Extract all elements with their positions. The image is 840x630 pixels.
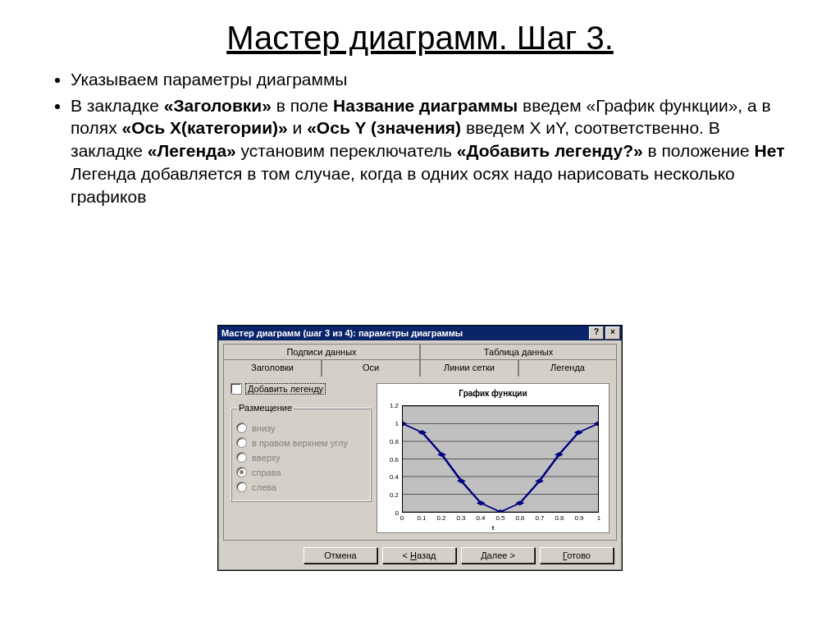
add-legend-checkbox[interactable]: Добавить легенду <box>231 383 372 395</box>
chart-wizard-dialog: Мастер диаграмм (шаг 3 из 4): параметры … <box>217 325 623 571</box>
back-button[interactable]: < Назад <box>382 547 456 564</box>
dialog-title: Мастер диаграмм (шаг 3 из 4): параметры … <box>221 328 587 338</box>
radio-left[interactable]: слева <box>236 482 366 492</box>
tab-panel-legend: Добавить легенду Размещение внизу в прав… <box>223 377 617 541</box>
placement-group: внизу в правом верхнем углу вверху справ… <box>231 408 372 502</box>
chart-xlabel: t <box>377 524 609 532</box>
radio-right[interactable]: справа <box>236 467 366 477</box>
tab-row-bottom: Заголовки Оси Линии сетки Легенда <box>223 359 617 377</box>
chart-xticks: 00.10.20.30.40.50.60.70.80.91 <box>402 514 599 523</box>
bullet-2: В закладке «Заголовки» в поле Название д… <box>71 94 791 208</box>
tab-row-top: Подписи данных Таблица данных <box>223 344 617 360</box>
svg-rect-14 <box>535 478 544 483</box>
next-button[interactable]: Далее > <box>461 547 535 564</box>
radio-bottom[interactable]: внизу <box>236 422 366 433</box>
title-bar[interactable]: Мастер диаграмм (шаг 3 из 4): параметры … <box>218 326 622 340</box>
slide-body: Указываем параметры диаграммы В закладке… <box>0 68 840 208</box>
tab-gridlines[interactable]: Линии сетки <box>420 359 518 377</box>
slide-title: Мастер диаграмм. Шаг 3. <box>0 0 840 63</box>
close-button[interactable]: × <box>605 326 620 340</box>
legend-controls: Добавить легенду Размещение внизу в прав… <box>231 383 372 533</box>
chart-preview: График функции 00.20.40.60.811.2 00.10.2… <box>377 383 609 533</box>
bullet-list: Указываем параметры диаграммы В закладке… <box>49 68 791 208</box>
checkbox-box[interactable] <box>231 383 242 395</box>
slide: Мастер диаграмм. Шаг 3. Указываем параме… <box>0 0 840 630</box>
tab-axes[interactable]: Оси <box>322 359 420 377</box>
tab-data-labels[interactable]: Подписи данных <box>223 344 420 360</box>
dialog-button-row: Отмена < Назад Далее > Готово <box>218 541 622 565</box>
chart-yticks: 00.20.40.60.811.2 <box>381 405 400 513</box>
svg-rect-15 <box>555 452 564 457</box>
tab-titles[interactable]: Заголовки <box>223 359 322 377</box>
cancel-button[interactable]: Отмена <box>304 547 377 564</box>
help-button[interactable]: ? <box>589 326 604 340</box>
svg-rect-10 <box>457 478 466 483</box>
radio-top-right[interactable]: в правом верхнем углу <box>236 437 366 448</box>
finish-button[interactable]: Готово <box>540 547 614 564</box>
tab-legend[interactable]: Легенда <box>518 359 617 377</box>
radio-top[interactable]: вверху <box>236 452 366 463</box>
svg-rect-9 <box>437 452 446 457</box>
chart-plot-area <box>402 405 599 513</box>
placement-group-label: Размещение <box>237 403 294 413</box>
chart-title: График функции <box>377 384 609 398</box>
bullet-1: Указываем параметры диаграммы <box>71 68 791 91</box>
chart-svg <box>403 406 598 512</box>
add-legend-label: Добавить легенду <box>245 383 326 395</box>
tab-data-table[interactable]: Таблица данных <box>420 344 617 360</box>
